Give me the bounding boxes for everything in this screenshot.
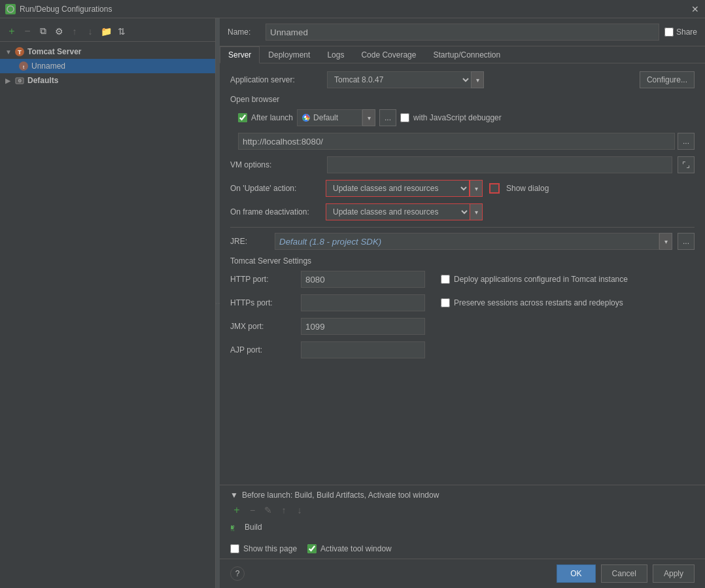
name-input[interactable]: [266, 24, 659, 41]
tomcat-settings-label: Tomcat Server Settings: [230, 256, 695, 266]
defaults-label: Defaults: [27, 76, 58, 85]
close-button[interactable]: ✕: [691, 5, 700, 14]
preserve-checkbox[interactable]: [441, 298, 450, 307]
frame-action-combo: Update classes and resources ▾: [326, 203, 483, 220]
vm-options-input[interactable]: [327, 156, 672, 173]
cancel-button[interactable]: Cancel: [601, 564, 647, 583]
https-port-label: HTTPs port:: [230, 298, 296, 307]
before-launch-header[interactable]: ▼ Before launch: Build, Build Artifacts,…: [230, 491, 695, 500]
vm-options-label: VM options:: [230, 160, 322, 169]
show-page-checkbox[interactable]: [230, 544, 239, 553]
settings-config-button[interactable]: ⚙: [52, 25, 65, 38]
ajp-port-label: AJP port:: [230, 345, 296, 355]
apply-button[interactable]: Apply: [653, 564, 695, 583]
deploy-label: Deploy applications configured in Tomcat…: [454, 275, 628, 284]
jmx-port-label: JMX port:: [230, 322, 296, 331]
js-debugger-checkbox[interactable]: [400, 113, 409, 122]
name-row: Name: Share: [220, 18, 705, 46]
svg-text:T: T: [18, 49, 22, 56]
https-port-row: HTTPs port: Preserve sessions across res…: [230, 294, 695, 311]
sort-button[interactable]: ⇅: [115, 25, 128, 38]
svg-point-1: [9, 8, 12, 10]
ok-button[interactable]: OK: [557, 564, 595, 583]
tab-logs[interactable]: Logs: [318, 46, 352, 63]
before-launch-add-button[interactable]: +: [230, 504, 243, 517]
deploy-checkbox-row: Deploy applications configured in Tomcat…: [441, 275, 628, 284]
build-icon: 01 10: [230, 522, 241, 532]
show-page-label: Show this page: [243, 544, 297, 553]
move-down-button[interactable]: ↓: [84, 25, 97, 38]
before-launch-edit-button[interactable]: ✎: [262, 504, 275, 517]
ajp-port-row: AJP port:: [230, 341, 695, 358]
before-launch-up-button[interactable]: ↑: [277, 504, 290, 517]
remove-config-button[interactable]: −: [21, 25, 34, 38]
vm-expand-button[interactable]: [678, 156, 695, 173]
jmx-port-row: JMX port:: [230, 318, 695, 335]
browser-combo: Default ▾: [297, 109, 375, 126]
preserve-checkbox-row: Preserve sessions across restarts and re…: [441, 298, 623, 307]
update-action-arrow[interactable]: ▾: [470, 180, 483, 197]
tabs-row: Server Deployment Logs Code Coverage Sta…: [220, 46, 705, 63]
sidebar-group-tomcat[interactable]: ▼ T Tomcat Server: [0, 44, 215, 59]
js-debugger-label: with JavaScript debugger: [413, 113, 502, 122]
url-input[interactable]: [238, 133, 675, 150]
form-content: Application server: Tomcat 8.0.47 ▾ Conf…: [220, 63, 705, 485]
tab-code-coverage[interactable]: Code Coverage: [352, 46, 424, 63]
defaults-expand-arrow: ▶: [5, 77, 12, 84]
sidebar-item-defaults[interactable]: ▶ ⚙ Defaults: [0, 73, 215, 88]
frame-action-select[interactable]: Update classes and resources: [326, 203, 470, 220]
http-port-row: HTTP port: Deploy applications configure…: [230, 271, 695, 288]
activate-tool-row: Activate tool window: [307, 544, 392, 553]
move-up-button[interactable]: ↑: [68, 25, 81, 38]
deploy-checkbox[interactable]: [441, 275, 450, 284]
window-title: Run/Debug Configurations: [20, 5, 687, 14]
tab-deployment[interactable]: Deployment: [260, 46, 318, 63]
app-server-dropdown-arrow[interactable]: ▾: [471, 71, 484, 88]
jre-combo: ▾: [275, 233, 672, 250]
before-launch-remove-button[interactable]: −: [246, 504, 259, 517]
jre-label: JRE:: [230, 237, 269, 246]
add-config-button[interactable]: +: [5, 25, 18, 38]
before-launch-label: Before launch: Build, Build Artifacts, A…: [242, 491, 439, 500]
expand-icon: [682, 161, 690, 169]
folder-button[interactable]: 📁: [99, 25, 112, 38]
help-button[interactable]: ?: [230, 566, 245, 581]
sidebar-item-unnamed[interactable]: t Unnamed: [0, 59, 215, 73]
http-port-input[interactable]: [301, 271, 425, 288]
browser-dots-button[interactable]: ...: [379, 109, 396, 126]
on-frame-row: On frame deactivation: Update classes an…: [230, 203, 695, 220]
configure-button[interactable]: Configure...: [640, 71, 695, 88]
jre-dots-button[interactable]: ...: [678, 233, 695, 250]
jre-dropdown-arrow[interactable]: ▾: [659, 233, 672, 250]
title-bar: Run/Debug Configurations ✕: [0, 0, 705, 18]
name-label: Name:: [228, 27, 260, 37]
action-buttons: OK Cancel Apply: [557, 564, 695, 583]
on-frame-label: On frame deactivation:: [230, 207, 322, 216]
show-dialog-checkbox[interactable]: [489, 183, 500, 194]
build-item: 01 10 Build: [230, 521, 695, 534]
before-launch-down-button[interactable]: ↓: [293, 504, 306, 517]
frame-action-arrow[interactable]: ▾: [470, 203, 483, 220]
update-action-select[interactable]: Update classes and resources: [326, 180, 470, 197]
tab-server[interactable]: Server: [220, 46, 260, 63]
copy-config-button[interactable]: ⧉: [37, 25, 50, 38]
jre-input[interactable]: [275, 233, 659, 250]
share-row: Share: [664, 27, 697, 37]
https-port-input[interactable]: [301, 294, 425, 311]
ajp-port-input[interactable]: [301, 341, 425, 358]
url-dots-button[interactable]: ...: [678, 133, 695, 150]
after-launch-label: After launch: [251, 113, 293, 122]
sidebar: + − ⧉ ⚙ ↑ ↓ 📁 ⇅ ▼ T Tomcat Server: [0, 18, 216, 588]
before-launch-section: ▼ Before launch: Build, Build Artifacts,…: [220, 485, 705, 539]
activate-tool-checkbox[interactable]: [307, 544, 317, 553]
tab-startup-connection[interactable]: Startup/Connection: [424, 46, 509, 63]
jmx-port-input[interactable]: [301, 318, 425, 335]
share-label: Share: [676, 27, 697, 37]
tree-collapse-arrow: ▼: [5, 48, 12, 56]
browser-dropdown-arrow[interactable]: ▾: [362, 109, 375, 126]
unnamed-label: Unnamed: [31, 61, 65, 71]
after-launch-checkbox[interactable]: [238, 113, 247, 122]
show-page-row: Show this page: [230, 544, 297, 553]
share-checkbox[interactable]: [664, 27, 674, 37]
app-server-select[interactable]: Tomcat 8.0.47: [327, 71, 471, 88]
